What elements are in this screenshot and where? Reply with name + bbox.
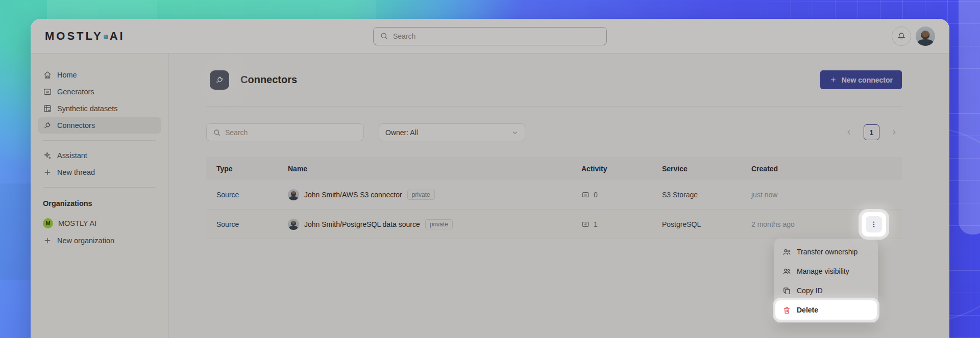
background-decor-rect <box>47 0 157 19</box>
svg-text:AI: AI <box>584 223 587 226</box>
app-window: MOSTLY AI <box>31 19 949 338</box>
cell-activity: AI 0 <box>581 191 662 199</box>
app-shell: Home AI Generators Synthetic datasets Co… <box>31 54 949 338</box>
global-search-input[interactable] <box>393 32 600 40</box>
chevron-down-icon <box>511 129 519 136</box>
home-icon <box>43 70 52 80</box>
sidebar-divider <box>43 140 156 141</box>
column-header-type: Type <box>216 165 288 173</box>
logo-dot-icon <box>104 35 108 39</box>
activity-count: 0 <box>594 191 598 199</box>
background-decor-pill <box>959 0 980 235</box>
connector-search-input[interactable] <box>225 128 357 137</box>
sidebar-divider <box>43 187 156 188</box>
sidebar-item-label: Generators <box>57 88 94 96</box>
cell-actions <box>846 212 902 237</box>
svg-text:AI: AI <box>584 194 587 196</box>
column-header-activity: Activity <box>581 165 662 173</box>
cell-type: Source <box>216 191 288 199</box>
menu-item-copy-id[interactable]: Copy ID <box>777 281 875 300</box>
sidebar-item-new-thread[interactable]: New thread <box>38 164 161 180</box>
page-header: Connectors New connector <box>206 54 902 106</box>
next-page-button[interactable] <box>886 124 902 140</box>
column-header-name: Name <box>288 165 581 173</box>
owner-filter-select[interactable]: Owner: All <box>379 123 525 141</box>
cell-created: just now <box>751 191 846 199</box>
sidebar-item-label: Synthetic datasets <box>57 105 118 113</box>
owner-avatar <box>288 189 299 200</box>
row-actions-menu-button[interactable] <box>862 212 886 237</box>
cell-service: PostgreSQL <box>662 220 751 228</box>
sidebar-item-label: New organization <box>57 237 114 245</box>
ai-chip-icon: AI <box>581 191 590 199</box>
menu-item-delete[interactable]: Delete <box>775 300 877 320</box>
org-label: MOSTLY AI <box>58 219 96 227</box>
new-connector-button[interactable]: New connector <box>820 70 902 89</box>
connector-name: John Smith/AWS S3 connector <box>304 191 402 199</box>
menu-item-label: Delete <box>797 306 818 314</box>
avatar-body <box>289 226 298 229</box>
previous-page-button[interactable] <box>841 124 857 140</box>
main-content: Connectors New connector Owner: <box>169 54 949 338</box>
avatar-body <box>917 39 934 46</box>
background-decor-rect <box>0 184 32 280</box>
avatar-head <box>291 191 296 196</box>
table-row[interactable]: Source John Smith/PostgreSQL data source… <box>206 210 902 239</box>
cell-created: 2 months ago <box>751 220 846 228</box>
plug-icon <box>43 121 52 130</box>
plus-icon <box>43 236 52 245</box>
users-icon <box>782 248 791 256</box>
sidebar-item-home[interactable]: Home <box>38 67 161 83</box>
bell-icon <box>897 32 906 41</box>
chevron-right-icon <box>890 128 898 136</box>
sidebar-item-label: Connectors <box>57 121 95 129</box>
notifications-button[interactable] <box>892 27 911 46</box>
table-sparkle-icon <box>43 104 52 113</box>
search-icon <box>380 32 388 40</box>
connector-search[interactable] <box>206 123 364 141</box>
logo-text-right: AI <box>110 30 125 43</box>
trash-icon <box>782 306 791 315</box>
owner-filter-value: Owner: All <box>385 128 418 137</box>
svg-text:AI: AI <box>46 91 49 94</box>
connectors-table: Type Name Activity Service Created Sourc… <box>206 157 902 239</box>
cell-name: John Smith/AWS S3 connector private <box>288 189 581 200</box>
avatar-head <box>921 31 929 39</box>
page-number-button[interactable]: 1 <box>864 124 879 140</box>
activity-count: 1 <box>594 220 598 228</box>
menu-item-manage-visibility[interactable]: Manage visibility <box>777 262 875 281</box>
search-icon <box>213 128 221 137</box>
org-badge: M <box>43 218 53 228</box>
column-header-service: Service <box>662 165 751 173</box>
global-search[interactable] <box>373 27 607 45</box>
visibility-badge: private <box>425 219 453 229</box>
user-avatar[interactable] <box>916 27 935 46</box>
sidebar-item-label: Assistant <box>57 151 87 160</box>
row-context-menu: Transfer ownership Manage visibility Cop… <box>774 239 878 323</box>
avatar-head <box>291 221 296 226</box>
column-header-created: Created <box>751 165 846 173</box>
sparkle-icon <box>43 151 52 160</box>
sidebar-item-new-organization[interactable]: New organization <box>38 232 161 249</box>
menu-item-label: Manage visibility <box>797 267 849 275</box>
brand-logo: MOSTLY AI <box>45 30 125 43</box>
menu-item-label: Transfer ownership <box>797 248 857 256</box>
chevron-left-icon <box>845 128 853 136</box>
sidebar-item-synthetic-datasets[interactable]: Synthetic datasets <box>38 100 161 117</box>
topbar-actions <box>892 27 935 46</box>
cell-type: Source <box>216 220 288 228</box>
sidebar-item-org-mostly-ai[interactable]: M MOSTLY AI <box>38 215 161 232</box>
ai-chip-icon: AI <box>581 220 590 228</box>
sidebar-item-assistant[interactable]: Assistant <box>38 147 161 164</box>
new-connector-label: New connector <box>842 76 893 84</box>
top-bar: MOSTLY AI <box>31 19 949 54</box>
sidebar-item-connectors[interactable]: Connectors <box>38 117 161 134</box>
menu-item-transfer-ownership[interactable]: Transfer ownership <box>777 242 875 262</box>
sidebar-item-generators[interactable]: AI Generators <box>38 84 161 100</box>
table-row[interactable]: Source John Smith/AWS S3 connector priva… <box>206 180 902 210</box>
cell-activity: AI 1 <box>581 220 662 228</box>
cell-service: S3 Storage <box>662 191 751 199</box>
users-icon <box>782 267 791 276</box>
plus-icon <box>43 168 52 177</box>
sidebar: Home AI Generators Synthetic datasets Co… <box>31 54 169 338</box>
